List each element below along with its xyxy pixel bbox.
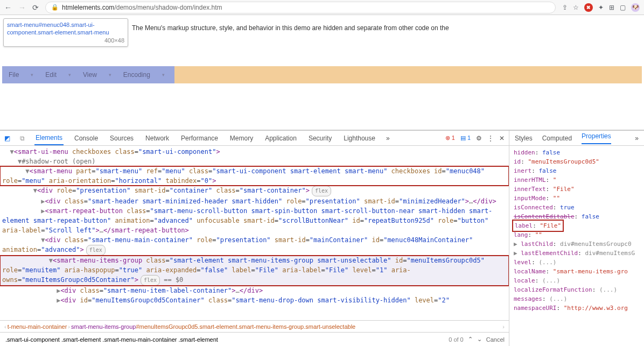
share-icon[interactable]: ⇪ bbox=[562, 4, 568, 11]
property-row[interactable]: hidden: false bbox=[514, 148, 640, 157]
devtools: ◩ ⧉ Elements Console Sources Network Per… bbox=[0, 130, 644, 346]
dom-line[interactable]: ▶<smart-repeat-button class="smart-menu-… bbox=[0, 206, 509, 235]
tab-performance[interactable]: Performance bbox=[180, 131, 219, 145]
dom-line[interactable]: ▼<div role="presentation" smart-id="cont… bbox=[0, 186, 509, 196]
property-row[interactable]: localName: "smart-menu-items-gro bbox=[514, 267, 640, 276]
tab-memory[interactable]: Memory bbox=[229, 131, 254, 145]
tab-security[interactable]: Security bbox=[307, 131, 333, 145]
reload-icon[interactable]: ⟳ bbox=[32, 3, 39, 12]
address-bar[interactable]: 🔒 htmlelements.com/demos/menu/shadow-dom… bbox=[45, 2, 556, 13]
tab-lighthouse[interactable]: Lighthouse bbox=[342, 131, 376, 145]
find-next[interactable]: ⌄ bbox=[477, 336, 482, 343]
apps-icon[interactable]: ▢ bbox=[620, 4, 626, 11]
property-row[interactable]: id: "menuItemsGroupc0d5" bbox=[514, 157, 640, 166]
close-icon[interactable]: ✕ bbox=[499, 135, 505, 142]
dom-tree[interactable]: ▼<smart-ui-menu checkboxes class="smart-… bbox=[0, 146, 509, 320]
puzzle-icon[interactable]: ⊞ bbox=[609, 4, 614, 11]
tab-application[interactable]: Application bbox=[264, 131, 298, 145]
dom-line[interactable]: ▼<smart-ui-menu checkboxes class="smart-… bbox=[0, 147, 509, 157]
browser-toolbar: ← → ⟳ 🔒 htmlelements.com/demos/menu/shad… bbox=[0, 0, 644, 15]
error-badge[interactable]: ⊗ 1 bbox=[445, 135, 455, 142]
breadcrumb[interactable]: ‹ t-menu-main-container › smart-menu-ite… bbox=[0, 320, 509, 332]
dom-line[interactable]: ▼<smart-menu-items-group class="smart-el… bbox=[0, 256, 509, 286]
gear-icon[interactable]: ⚙ bbox=[476, 135, 482, 142]
crumb: t-menu-main-container bbox=[8, 323, 67, 330]
toolbar-right: ⇪ ☆ ✖ ✦ ⊞ ▢ 🐶 bbox=[562, 3, 640, 12]
find-cancel[interactable]: Cancel bbox=[486, 336, 505, 343]
tab-elements[interactable]: Elements bbox=[34, 131, 64, 145]
property-row[interactable]: inputMode: "" bbox=[514, 194, 640, 203]
kebab-icon[interactable]: ⋮ bbox=[487, 135, 494, 142]
adblock-icon[interactable]: ✖ bbox=[584, 3, 593, 12]
menu-highlight[interactable]: File▾ Edit▾ View▾ Encoding▾ bbox=[2, 66, 174, 83]
message-badge[interactable]: ▤ 1 bbox=[460, 135, 471, 142]
property-row[interactable]: locale: (...) bbox=[514, 276, 640, 285]
dom-line[interactable]: ▼<smart-menu part="smart-menu" ref="menu… bbox=[0, 166, 509, 186]
menu-item-view[interactable]: View bbox=[83, 71, 97, 79]
find-input[interactable] bbox=[4, 336, 444, 343]
tab-console[interactable]: Console bbox=[73, 131, 99, 145]
find-prev[interactable]: ⌃ bbox=[468, 336, 473, 343]
chevron-down-icon: ▾ bbox=[109, 72, 111, 77]
back-icon[interactable]: ← bbox=[4, 3, 12, 12]
menu-item-encoding[interactable]: Encoding bbox=[123, 71, 150, 79]
bookmark-icon[interactable]: ☆ bbox=[573, 4, 579, 11]
menu-item-edit[interactable]: Edit bbox=[45, 71, 57, 79]
dom-line[interactable]: ▼<div class="smart-menu-main-container" … bbox=[0, 235, 509, 256]
page-content: smart-menu#menuc048.smart-ui-component.s… bbox=[0, 15, 644, 130]
profile-avatar[interactable]: 🐶 bbox=[631, 3, 640, 12]
right-tabbar: Styles Computed Properties » bbox=[509, 131, 644, 146]
dom-line[interactable]: ▼#shadow-root (open) bbox=[0, 157, 509, 166]
property-row[interactable]: innerHTML: " bbox=[514, 175, 640, 185]
property-row[interactable]: level: (...) bbox=[514, 258, 640, 267]
dom-line[interactable]: ▶<div id="menuItemsGroupc0d5Container" c… bbox=[0, 295, 509, 305]
tab-network[interactable]: Network bbox=[144, 131, 170, 145]
menu-remainder bbox=[174, 66, 642, 83]
intro-text: The Menu's markup structure, style, and … bbox=[132, 24, 449, 32]
devtools-left-pane: ◩ ⧉ Elements Console Sources Network Per… bbox=[0, 131, 509, 346]
inspect-icon[interactable]: ◩ bbox=[4, 135, 10, 142]
menu-item-file[interactable]: File bbox=[9, 71, 19, 79]
more-tabs[interactable]: » bbox=[635, 135, 639, 142]
chevron-down-icon: ▾ bbox=[68, 72, 71, 77]
devtools-tabbar: ◩ ⧉ Elements Console Sources Network Per… bbox=[0, 131, 509, 146]
property-row[interactable]: namespaceURI: "http://www.w3.org bbox=[514, 303, 640, 313]
dom-line[interactable]: ▶<div class="smart-menu-item-label-conta… bbox=[0, 286, 509, 295]
tab-sources[interactable]: Sources bbox=[109, 131, 135, 145]
url-path: /demos/menu/shadow-dom/index.htm bbox=[114, 4, 222, 11]
dom-line[interactable]: ▶<div class="smart-header smart-minimize… bbox=[0, 196, 509, 206]
chevron-down-icon: ▾ bbox=[31, 72, 33, 77]
properties-list[interactable]: hidden: false id: "menuItemsGroupc0d5" i… bbox=[509, 146, 644, 346]
url-host: htmlelements.com bbox=[62, 4, 114, 11]
property-row[interactable]: innerText: "File" bbox=[514, 185, 640, 194]
crumb: smart-menu-items-group#menuItemsGroupc0d… bbox=[71, 323, 355, 330]
tab-computed[interactable]: Computed bbox=[542, 135, 572, 142]
property-row[interactable]: lang: "" bbox=[514, 230, 640, 239]
property-row[interactable]: label: "File" bbox=[514, 221, 640, 230]
device-icon[interactable]: ⧉ bbox=[20, 135, 25, 142]
element-tooltip: smart-menu#menuc048.smart-ui-component.s… bbox=[3, 18, 128, 47]
property-row[interactable]: isContentEditable: false bbox=[514, 212, 640, 221]
more-tabs[interactable]: » bbox=[386, 135, 390, 142]
lock-icon: 🔒 bbox=[51, 4, 59, 11]
tooltip-selector: smart-menu#menuc048.smart-ui-component.s… bbox=[7, 22, 109, 36]
property-row[interactable]: messages: (...) bbox=[514, 294, 640, 303]
extensions-icon[interactable]: ✦ bbox=[598, 4, 604, 11]
tooltip-dimensions: 400×48 bbox=[104, 37, 124, 44]
property-row[interactable]: localizeFormatFunction: (...) bbox=[514, 285, 640, 294]
tab-properties[interactable]: Properties bbox=[582, 132, 611, 144]
devtools-right-pane: Styles Computed Properties » hidden: fal… bbox=[509, 131, 644, 346]
property-row[interactable]: ▶ lastElementChild: div#menuItemsG bbox=[514, 249, 640, 258]
property-row[interactable]: inert: false bbox=[514, 166, 640, 175]
property-row[interactable]: isConnected: true bbox=[514, 203, 640, 212]
chevron-down-icon: ▾ bbox=[162, 72, 165, 77]
tab-styles[interactable]: Styles bbox=[515, 135, 533, 142]
demo-menu: File▾ Edit▾ View▾ Encoding▾ bbox=[2, 66, 642, 83]
forward-icon: → bbox=[18, 3, 26, 12]
find-bar: 0 of 0 ⌃ ⌄ Cancel bbox=[0, 332, 509, 346]
find-pager: 0 of 0 bbox=[449, 336, 464, 343]
property-row[interactable]: ▶ lastChild: div#menuItemsGroupc0 bbox=[514, 239, 640, 249]
